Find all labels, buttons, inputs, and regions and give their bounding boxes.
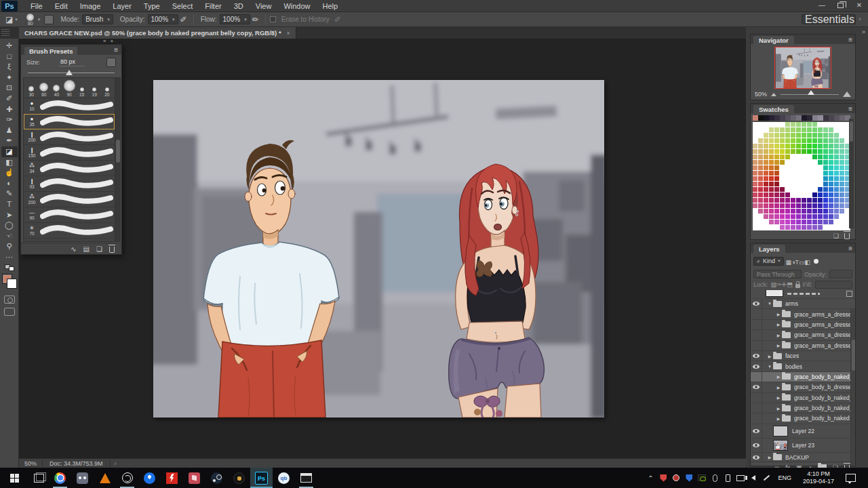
swatch[interactable] [834,209,840,214]
swatch[interactable] [812,214,818,220]
swatch[interactable] [764,149,769,155]
swatch[interactable] [796,115,802,121]
tool-button[interactable]: ✦ [1,73,18,83]
swatch[interactable] [785,176,791,182]
swatch[interactable] [802,220,807,225]
fill-value-box[interactable] [815,281,852,289]
chrome-taskbar-button[interactable] [49,468,71,488]
navigator-zoom-slider[interactable] [781,94,839,95]
swatch[interactable] [780,203,785,209]
swatch[interactable] [812,182,818,187]
swatch[interactable] [769,176,774,182]
expand-arrow-icon[interactable]: ▼ [766,365,773,369]
tool-button[interactable]: ✐ [1,94,18,104]
swatch[interactable] [823,155,829,160]
swatch[interactable] [780,198,785,203]
default-colors-icon[interactable] [5,264,14,271]
swatch[interactable] [840,198,845,203]
brush-preset[interactable]: ❙150 [24,145,115,161]
document-area[interactable] [19,39,746,459]
expand-arrow-icon[interactable]: ▼ [766,302,773,306]
new-swatch-icon[interactable]: ❏ [833,232,839,239]
swatch[interactable] [834,220,840,225]
brush-preset[interactable]: —90 [24,207,115,223]
swatch[interactable] [796,209,802,214]
swatch[interactable] [791,214,796,220]
menu-item[interactable]: Layer [106,0,138,12]
swatch[interactable] [823,138,829,144]
swatch[interactable] [834,198,840,203]
layer-row[interactable]: ▼ arms [751,299,855,309]
swatch[interactable] [818,187,823,192]
swatch[interactable] [818,171,823,176]
swatch[interactable] [840,225,845,230]
swatch[interactable] [840,220,845,225]
obs-taskbar-button[interactable] [116,468,138,488]
swatch[interactable] [812,203,818,209]
swatch[interactable] [796,144,802,149]
swatch[interactable] [802,165,807,171]
swatch[interactable] [840,176,845,182]
swatch[interactable] [802,209,807,214]
swatch[interactable] [818,198,823,203]
expand-arrow-icon[interactable]: ▶ [775,312,782,317]
swatch[interactable] [791,182,796,187]
swatch[interactable] [807,149,812,155]
swatch[interactable] [812,138,818,144]
swatch[interactable] [807,122,812,127]
swatch[interactable] [796,182,802,187]
swatch[interactable] [753,155,758,160]
visibility-toggle[interactable] [751,341,762,350]
swatch[interactable] [764,127,769,133]
swatch[interactable] [774,209,780,214]
swatch[interactable] [774,160,780,165]
swatch[interactable] [796,133,802,138]
swatch[interactable] [764,176,769,182]
erase-history-checkbox[interactable] [270,16,276,22]
swatch[interactable] [764,133,769,138]
swatch[interactable] [780,138,785,144]
swatch[interactable] [791,187,796,192]
swatch[interactable] [840,122,845,127]
panel-menu-icon[interactable]: ≡ [848,36,852,43]
swatch[interactable] [791,149,796,155]
swatch[interactable] [791,165,796,171]
brush-preset[interactable]: ●35 [24,114,115,129]
swatch[interactable] [758,115,764,121]
swatch[interactable] [791,160,796,165]
lastpass-taskbar-button[interactable] [228,468,250,488]
visibility-toggle[interactable] [751,424,762,438]
menu-item[interactable]: Filter [199,0,227,12]
visibility-toggle[interactable] [751,413,762,423]
swatch[interactable] [796,155,802,160]
swatch[interactable] [791,198,796,203]
layer-row[interactable]: ▶ grace_body_b_naked_pregna... [751,403,855,413]
swatch[interactable] [796,203,802,209]
swatch[interactable] [802,144,807,149]
swatch[interactable] [796,220,802,225]
swatch[interactable] [823,122,829,127]
swatch[interactable] [769,198,774,203]
swatch[interactable] [764,225,769,230]
swatch[interactable] [840,171,845,176]
swatch[interactable] [812,220,818,225]
layer-filter-icon[interactable]: ◧ [805,259,811,266]
swatch[interactable] [818,149,823,155]
brush-preset[interactable]: 30 [25,80,38,97]
swatch[interactable] [802,138,807,144]
layer-row[interactable]: ▶ grace_arms_a_dressed_hip [751,341,855,351]
tool-button[interactable]: ◐ [1,178,18,189]
swatch[interactable] [791,192,796,198]
swatch[interactable] [796,198,802,203]
flow-select[interactable]: 100%▾ [220,14,250,24]
swatch[interactable] [818,133,823,138]
swatch[interactable] [818,127,823,133]
swatch[interactable] [785,171,791,176]
swatch[interactable] [753,182,758,187]
brush-presets-tab[interactable]: Brush Presets [24,47,77,56]
swatch[interactable] [758,203,764,209]
swatch[interactable] [774,122,780,127]
tool-button[interactable]: ⚲ [1,241,18,252]
photoshop-logo[interactable]: Ps [1,1,18,12]
swatch[interactable] [764,220,769,225]
